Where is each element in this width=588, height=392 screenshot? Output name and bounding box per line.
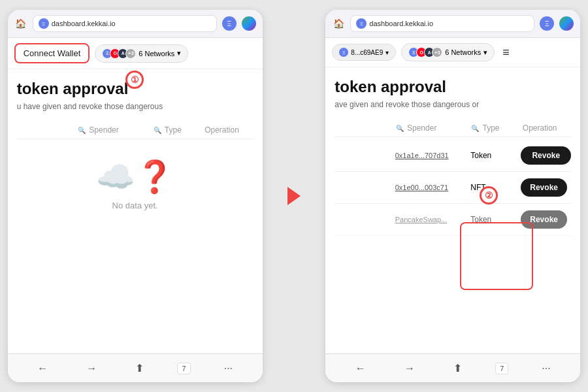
no-data-text: No data yet. [112, 201, 158, 210]
step-2-badge: ② [480, 186, 498, 204]
page-title-right: token approval [335, 78, 571, 96]
app-toolbar-left: Connect Wallet Ξ O A +3 6 Networks ▾ [8, 38, 263, 69]
col-operation-left: Operation [204, 125, 253, 135]
home-icon-left[interactable]: 🏠 [14, 17, 27, 30]
table-row-2: PancakeSwap... Token Revoke [335, 204, 571, 236]
avatar-right[interactable] [559, 16, 574, 31]
cloud-question-icon: ☁️❓ [96, 159, 174, 195]
network-icons-left: Ξ O A +3 [102, 48, 136, 59]
forward-arrow-icon [287, 187, 301, 205]
row0-type: Token [470, 151, 521, 160]
table-header-right: 🔍 Spender 🔍 Type Operation [335, 120, 571, 137]
revoke-button-1[interactable]: Revoke [521, 178, 567, 197]
col-operation-right: Operation [523, 123, 571, 133]
home-icon-right[interactable]: 🏠 [332, 17, 345, 30]
more-button-left[interactable]: ··· [219, 360, 238, 377]
plus-dot: +3 [125, 48, 136, 59]
table-row-1: 0x1e00...003c71 NFT Revoke [335, 172, 571, 204]
page-content-left: token approval u have given and revoke t… [8, 69, 263, 353]
row0-spender: 0x1a1e...707d31 [395, 151, 471, 160]
no-data-state: ☁️❓ No data yet. [17, 139, 253, 230]
tab-count-right[interactable]: 7 [495, 363, 508, 374]
eth-icon-left: Ξ [39, 18, 49, 29]
row2-addr-link[interactable]: PancakeSwap... [395, 216, 448, 223]
type-search-icon-right: 🔍 [471, 125, 479, 132]
networks-label-left: 6 Networks [139, 50, 174, 57]
table-row-0: 0x1a1e...707d31 Token Revoke [335, 140, 571, 172]
browser-bar-right: 🏠 Ξ dashboard.kekkai.io Ξ [325, 10, 580, 38]
row2-spender: PancakeSwap... [395, 215, 471, 224]
revoke-button-2[interactable]: Revoke [521, 210, 567, 229]
page-subtitle-right: ave given and revoke those dangerous or [335, 100, 571, 109]
row2-operation: Revoke [521, 210, 571, 229]
bottom-nav-left: ← → ⬆ 7 ··· [8, 353, 263, 382]
spender-search-icon-left: 🔍 [78, 127, 86, 134]
left-panel: 🏠 Ξ dashboard.kekkai.io Ξ Connect Wallet… [8, 10, 263, 382]
more-button-right[interactable]: ··· [536, 360, 555, 377]
row1-operation: Revoke [521, 178, 571, 197]
forward-button-right[interactable]: → [399, 360, 420, 377]
eth-badge-right: Ξ [540, 16, 554, 31]
arrow-divider [278, 187, 310, 205]
browser-bar-left: 🏠 Ξ dashboard.kekkai.io Ξ [8, 10, 263, 38]
forward-button-left[interactable]: → [81, 360, 102, 377]
network-icons-right: Ξ O A +3 [408, 47, 442, 57]
page-content-right: token approval ave given and revoke thos… [325, 67, 580, 353]
revoke-button-0[interactable]: Revoke [521, 146, 571, 165]
eth-badge-left: Ξ [222, 16, 237, 31]
col-spender-left: 🔍 Spender [78, 125, 151, 135]
connect-wallet-button[interactable]: Connect Wallet [14, 43, 90, 63]
table-header-left: 🔍 Spender 🔍 Type Operation [17, 122, 253, 139]
row1-addr-link[interactable]: 0x1e00...003c71 [395, 184, 448, 191]
row2-type: Token [470, 215, 521, 224]
row0-addr-link[interactable]: 0x1a1e...707d31 [395, 152, 449, 159]
wallet-address-button[interactable]: Ξ 8...c69AE9 ▾ [332, 44, 396, 61]
share-button-left[interactable]: ⬆ [130, 359, 149, 377]
url-text-left: dashboard.kekkai.io [52, 20, 116, 27]
step-1-badge: ① [125, 71, 144, 89]
bottom-nav-right: ← → ⬆ 7 ··· [325, 353, 580, 382]
chevron-down-right: ▾ [483, 48, 487, 57]
networks-button-right[interactable]: Ξ O A +3 6 Networks ▾ [401, 43, 495, 61]
eth-addr-icon: Ξ [339, 48, 348, 57]
url-text-right: dashboard.kekkai.io [369, 20, 433, 27]
app-toolbar-right: Ξ 8...c69AE9 ▾ Ξ O A +3 6 Networks ▾ ≡ [325, 38, 580, 67]
col-type-left: 🔍 Type [154, 125, 202, 135]
url-bar-left[interactable]: Ξ dashboard.kekkai.io [33, 15, 217, 32]
networks-button-left[interactable]: Ξ O A +3 6 Networks ▾ [95, 44, 188, 63]
chevron-down-left: ▾ [177, 49, 181, 57]
hamburger-button[interactable]: ≡ [500, 44, 512, 61]
avatar-left[interactable] [242, 16, 256, 31]
share-button-right[interactable]: ⬆ [448, 359, 467, 377]
row1-spender: 0x1e00...003c71 [395, 183, 471, 192]
eth-icon-right: Ξ [356, 18, 367, 29]
chevron-down-addr: ▾ [385, 49, 389, 56]
url-bar-right[interactable]: Ξ dashboard.kekkai.io [350, 15, 534, 32]
networks-label-right: 6 Networks [445, 48, 481, 56]
row0-operation: Revoke [521, 146, 571, 165]
type-search-icon-left: 🔍 [154, 127, 161, 134]
tab-count-left[interactable]: 7 [177, 363, 190, 374]
back-button-left[interactable]: ← [32, 360, 53, 377]
wallet-addr-text: 8...c69AE9 [351, 49, 383, 56]
page-subtitle-left: u have given and revoke those dangerous [17, 102, 253, 111]
revoke-highlight-1: Revoke [521, 146, 571, 165]
col-type-right: 🔍 Type [471, 123, 519, 133]
plus-dot-r: +3 [432, 47, 442, 57]
right-panel: 🏠 Ξ dashboard.kekkai.io Ξ Ξ 8...c69AE9 ▾… [325, 10, 580, 382]
back-button-right[interactable]: ← [350, 360, 371, 377]
col-spender-right: 🔍 Spender [396, 123, 469, 133]
spender-search-icon-right: 🔍 [396, 125, 404, 132]
